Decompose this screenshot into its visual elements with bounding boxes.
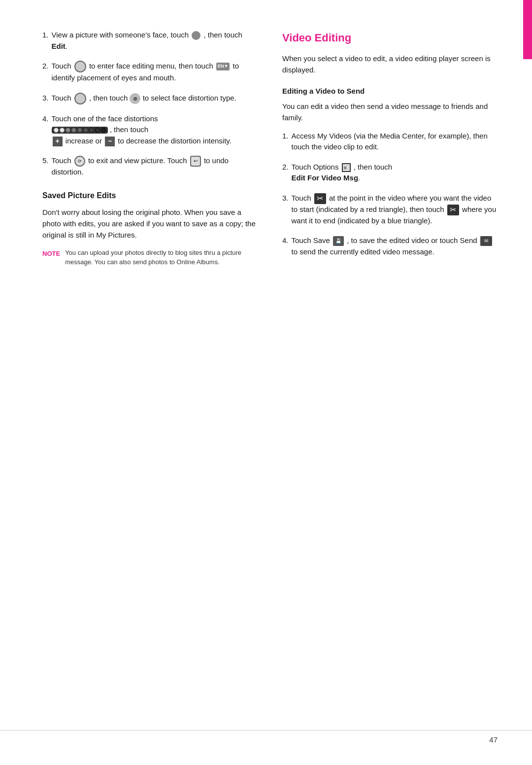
video-step-4-content: Touch Save 💾 , to save the edited video …: [292, 235, 498, 257]
video-steps-list: 1. Access My Videos (via the Media Cente…: [282, 131, 498, 258]
step-5-number: 5.: [42, 155, 49, 167]
steps-list: 1. View a picture with someone's face, t…: [42, 30, 258, 178]
minus-icon: −: [105, 137, 115, 146]
distortion-dot-5: [77, 128, 82, 133]
video-step-4: 4. Touch Save 💾 , to save the edited vid…: [282, 235, 498, 257]
face-edit-icon: [74, 61, 86, 72]
left-column: 1. View a picture with someone's face, t…: [42, 30, 258, 267]
accent-bar: [523, 0, 532, 59]
distortion-dot-8: [95, 128, 100, 133]
options-menu-icon: [342, 163, 351, 172]
distortion-dot-2: [60, 128, 65, 133]
undo-icon: ↩: [190, 156, 201, 167]
saved-picture-edits-heading: Saved Picture Edits: [42, 190, 258, 202]
exit-icon: ⟳: [74, 156, 85, 167]
step-5-content: Touch ⟳ to exit and view picture. Touch …: [52, 155, 258, 178]
video-editing-intro: When you select a video to edit, a video…: [282, 53, 498, 76]
video-editing-title: Video Editing: [282, 30, 498, 46]
step-4-number: 4.: [42, 113, 49, 125]
note-label: NOTE: [42, 249, 60, 259]
video-step-1: 1. Access My Videos (via the Media Cente…: [282, 131, 498, 153]
right-column: Video Editing When you select a video to…: [282, 30, 498, 267]
step-1-content: View a picture with someone's face, touc…: [52, 30, 258, 52]
video-step-2: 2. Touch Options , then touch Edit For V…: [282, 162, 498, 184]
page-number: 47: [489, 734, 498, 746]
video-step-1-content: Access My Videos (via the Media Center, …: [292, 131, 498, 153]
step-1-number: 1.: [42, 30, 49, 41]
step-5: 5. Touch ⟳ to exit and view picture. Tou…: [42, 155, 258, 178]
step-4-content: Touch one of the face distortions: [52, 113, 258, 147]
distortion-dot-7: [89, 128, 94, 133]
step-2: 2. Touch to enter face editing menu, the…: [42, 61, 258, 84]
en-touch-icon: EN▼: [216, 63, 230, 70]
distortion-dot-9: [101, 128, 106, 133]
note-text: You can upload your photos directly to b…: [65, 248, 258, 267]
save-icon: 💾: [333, 236, 344, 246]
editing-video-heading: Editing a Video to Send: [282, 86, 498, 97]
video-step-2-number: 2.: [282, 162, 289, 173]
distortion-icons: [52, 127, 108, 134]
distortion-dot-6: [83, 128, 88, 133]
saved-picture-edits-body: Don't worry about losing the original ph…: [42, 207, 258, 241]
step-3-number: 3.: [42, 93, 49, 104]
bottom-line: [0, 730, 532, 730]
step-2-number: 2.: [42, 61, 49, 72]
step-3-content: Touch , then touch ⊕ to select face dist…: [52, 93, 258, 104]
video-step-3: 3. Touch ✂ at the point in the video whe…: [282, 193, 498, 227]
scissors-icon: ✂: [314, 193, 326, 204]
face-edit-icon-2: [74, 93, 86, 104]
step-4: 4. Touch one of the face distortions: [42, 113, 258, 147]
distortion-dot-1: [54, 128, 59, 133]
step-2-content: Touch to enter face editing menu, then t…: [52, 61, 258, 84]
step-3: 3. Touch , then touch ⊕ to select face d…: [42, 93, 258, 104]
send-icon: ✉: [480, 236, 492, 246]
video-step-1-number: 1.: [282, 131, 289, 142]
face-arrow-icon: ⊕: [130, 93, 140, 104]
video-step-4-number: 4.: [282, 235, 289, 246]
plus-icon: +: [53, 137, 63, 146]
video-step-2-content: Touch Options , then touch Edit For Vide…: [292, 162, 498, 184]
distortion-dot-3: [66, 128, 70, 133]
video-step-3-content: Touch ✂ at the point in the video where …: [292, 193, 498, 227]
distortion-dot-4: [71, 128, 76, 133]
scissors-icon-2: ✂: [447, 205, 459, 215]
video-step-3-number: 3.: [282, 193, 289, 204]
page: 1. View a picture with someone's face, t…: [0, 0, 532, 765]
face-icon: [192, 31, 200, 40]
editing-video-body: You can edit a video then send a video m…: [282, 101, 498, 124]
step-1: 1. View a picture with someone's face, t…: [42, 30, 258, 52]
note-block: NOTE You can upload your photos directly…: [42, 248, 258, 267]
